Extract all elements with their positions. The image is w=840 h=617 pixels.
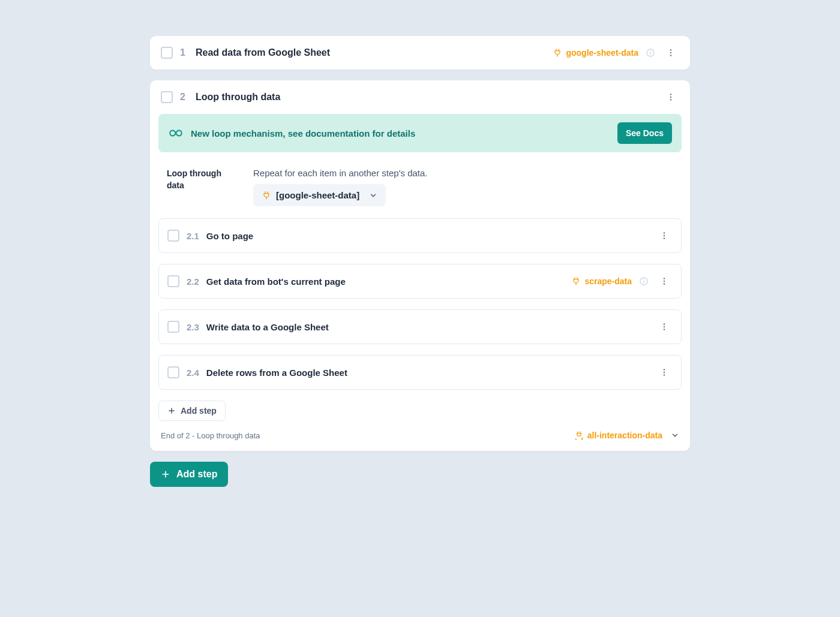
step-card-1: 1 Read data from Google Sheet google-she… <box>150 36 690 70</box>
see-docs-button[interactable]: See Docs <box>617 122 672 144</box>
substep-checkbox[interactable] <box>167 321 179 333</box>
plus-icon <box>161 469 170 479</box>
chevron-down-icon <box>369 191 377 200</box>
more-button[interactable] <box>656 318 673 335</box>
add-step-main-button[interactable]: Add step <box>150 462 228 487</box>
step-number: 2 <box>180 92 188 103</box>
add-step-label: Add step <box>181 406 217 416</box>
substep-output-tag: scrape-data <box>571 276 632 286</box>
substep-number: 2.4 <box>187 368 199 378</box>
tag-text: google-sheet-data <box>566 48 638 58</box>
loop-data-dropdown[interactable]: [google-sheet-data] <box>253 184 386 206</box>
step-title: Read data from Google Sheet <box>196 47 330 58</box>
plug-icon <box>571 276 581 286</box>
loop-info-banner: New loop mechanism, see documentation fo… <box>158 114 682 152</box>
add-step-inline-button[interactable]: Add step <box>158 401 226 421</box>
more-button[interactable] <box>662 44 679 61</box>
more-vertical-icon <box>659 276 670 287</box>
step-checkbox[interactable] <box>161 91 173 103</box>
plug-icon <box>262 191 271 200</box>
loop-config: Loop through data Repeat for each item i… <box>158 163 682 218</box>
substep-number: 2.2 <box>187 276 199 287</box>
more-button[interactable] <box>662 89 679 106</box>
more-button[interactable] <box>656 227 673 244</box>
substep-number: 2.1 <box>187 231 199 241</box>
step-header[interactable]: 1 Read data from Google Sheet google-she… <box>150 36 690 70</box>
step-footer: End of 2 - Loop through data all-interac… <box>158 429 682 440</box>
substep-title: Get data from bot's current page <box>206 276 346 287</box>
substeps-list: 2.1Go to page2.2Get data from bot's curr… <box>158 218 682 390</box>
loop-config-label: Loop through data <box>167 168 239 206</box>
footer-output-tag[interactable]: all-interaction-data <box>574 431 679 440</box>
substep-checkbox[interactable] <box>167 275 179 287</box>
banner-message: New loop mechanism, see documentation fo… <box>191 128 610 139</box>
rotate-plug-icon <box>574 431 584 440</box>
more-vertical-icon <box>665 92 676 103</box>
step-header[interactable]: 2 Loop through data <box>150 80 690 114</box>
more-vertical-icon <box>659 367 670 378</box>
add-step-main-label: Add step <box>176 469 217 480</box>
footer-tag-text: all-interaction-data <box>587 431 662 440</box>
info-icon[interactable] <box>639 276 649 286</box>
step-number: 1 <box>180 47 188 58</box>
more-vertical-icon <box>659 321 670 332</box>
infinity-icon <box>168 128 184 139</box>
chevron-down-icon <box>671 431 679 440</box>
loop-config-description: Repeat for each item in another step's d… <box>253 168 673 178</box>
plus-icon <box>167 407 176 415</box>
tag-text: scrape-data <box>584 276 632 286</box>
step-card-2: 2 Loop through data New loop mechanism, … <box>150 80 690 451</box>
substep-row[interactable]: 2.4Delete rows from a Google Sheet <box>158 355 682 390</box>
substep-row[interactable]: 2.3Write data to a Google Sheet <box>158 309 682 344</box>
workflow-container: 1 Read data from Google Sheet google-she… <box>150 36 690 487</box>
info-icon[interactable] <box>646 48 655 58</box>
more-vertical-icon <box>665 47 676 58</box>
more-vertical-icon <box>659 230 670 241</box>
substep-checkbox[interactable] <box>167 366 179 378</box>
step-checkbox[interactable] <box>161 47 173 59</box>
step-title: Loop through data <box>196 92 280 103</box>
step-output-tag: google-sheet-data <box>553 48 638 58</box>
more-button[interactable] <box>656 364 673 381</box>
step-body: New loop mechanism, see documentation fo… <box>150 114 690 451</box>
plug-icon <box>553 48 562 58</box>
more-button[interactable] <box>656 273 673 290</box>
substep-row[interactable]: 2.2Get data from bot's current pagescrap… <box>158 264 682 299</box>
substep-checkbox[interactable] <box>167 230 179 242</box>
substep-title: Go to page <box>206 231 253 241</box>
substep-number: 2.3 <box>187 322 199 332</box>
substep-row[interactable]: 2.1Go to page <box>158 218 682 253</box>
substep-title: Delete rows from a Google Sheet <box>206 368 347 378</box>
substep-title: Write data to a Google Sheet <box>206 322 329 332</box>
end-of-loop-text: End of 2 - Loop through data <box>161 431 260 440</box>
dropdown-selected: [google-sheet-data] <box>276 190 359 200</box>
